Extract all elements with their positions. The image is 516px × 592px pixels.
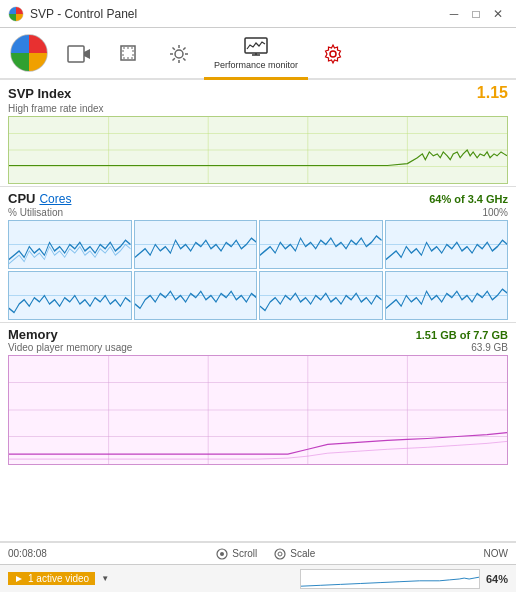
cpu-subtitle-left: % Utilisation — [8, 207, 63, 218]
scale-item: Scale — [273, 547, 315, 561]
core-chart-2 — [134, 220, 258, 269]
status-right: 64% — [300, 569, 508, 589]
svp-title-icon — [8, 6, 24, 22]
svp-logo — [10, 34, 48, 72]
svg-point-44 — [278, 552, 282, 556]
svg-line-13 — [183, 47, 185, 49]
scroll-label: Scroll — [232, 548, 257, 559]
memory-chart-svg — [9, 356, 507, 464]
svg-line-14 — [173, 58, 175, 60]
light-icon — [168, 43, 190, 65]
status-chart-svg — [301, 570, 479, 588]
main-content: SVP Index 1.15 High frame rate index CPU — [0, 80, 516, 564]
cpu-subtitle: % Utilisation 100% — [8, 207, 508, 218]
svg-rect-15 — [245, 38, 267, 53]
status-badge: 1 active video — [8, 572, 95, 585]
svg-line-11 — [173, 47, 175, 49]
toolbar-video-button[interactable] — [54, 30, 104, 80]
video-icon — [67, 44, 91, 64]
title-bar-controls: ─ □ ✕ — [444, 5, 508, 23]
svg-point-43 — [275, 549, 285, 559]
scroll-item: Scroll — [215, 547, 257, 561]
svg-point-18 — [330, 51, 336, 57]
toolbar-settings-button[interactable] — [308, 30, 358, 80]
core-svg-5 — [9, 272, 131, 319]
svp-index-chart — [8, 116, 508, 184]
svp-index-section: SVP Index 1.15 High frame rate index — [0, 80, 516, 187]
title-bar-left: SVP - Control Panel — [8, 6, 137, 22]
memory-title: Memory — [8, 327, 58, 342]
svg-rect-5 — [123, 48, 133, 58]
core-svg-7 — [260, 272, 382, 319]
title-bar: SVP - Control Panel ─ □ ✕ — [0, 0, 516, 28]
core-svg-8 — [386, 272, 508, 319]
core-svg-1 — [9, 221, 131, 268]
chevron-down-icon[interactable]: ▼ — [101, 574, 109, 583]
core-svg-6 — [135, 272, 257, 319]
cpu-section: CPU Cores 64% of 3.4 GHz % Utilisation 1… — [0, 187, 516, 323]
svg-marker-45 — [16, 576, 22, 582]
monitor-icon — [244, 37, 268, 57]
toolbar-performance-label: Performance monitor — [214, 60, 298, 70]
memory-subtitle-right: 63.9 GB — [471, 342, 508, 353]
cores-grid — [8, 220, 508, 320]
window-title: SVP - Control Panel — [30, 7, 137, 21]
svg-point-6 — [175, 50, 183, 58]
core-chart-7 — [259, 271, 383, 320]
svp-logo-container — [4, 28, 54, 78]
cpu-subtitle-right: 100% — [482, 207, 508, 218]
status-left: 1 active video ▼ — [8, 572, 300, 585]
scroll-center: Scroll Scale — [215, 547, 315, 561]
svg-point-42 — [220, 552, 224, 556]
svp-index-title: SVP Index — [8, 86, 71, 101]
svg-line-12 — [183, 58, 185, 60]
cpu-title: CPU — [8, 191, 35, 206]
scroll-bar: 00:08:08 Scroll Scale NOW — [0, 542, 516, 564]
memory-value: 1.51 GB of 7.7 GB — [416, 329, 508, 341]
time-left: 00:08:08 — [8, 548, 47, 559]
core-svg-2 — [135, 221, 257, 268]
status-mini-chart — [300, 569, 480, 589]
core-chart-3 — [259, 220, 383, 269]
maximize-button[interactable]: □ — [466, 5, 486, 23]
cpu-cores-link[interactable]: Cores — [39, 192, 71, 206]
svp-index-subtitle: High frame rate index — [8, 103, 508, 114]
memory-chart — [8, 355, 508, 465]
svp-index-value: 1.15 — [477, 84, 508, 102]
time-right: NOW — [484, 548, 508, 559]
toolbar-light-button[interactable] — [154, 30, 204, 80]
core-chart-4 — [385, 220, 509, 269]
scroll-icon — [215, 547, 229, 561]
close-button[interactable]: ✕ — [488, 5, 508, 23]
memory-section: Memory 1.51 GB of 7.7 GB Video player me… — [0, 323, 516, 542]
cpu-header: CPU Cores 64% of 3.4 GHz — [8, 191, 508, 206]
scale-label: Scale — [290, 548, 315, 559]
cpu-value: 64% of 3.4 GHz — [429, 193, 508, 205]
crop-icon — [118, 43, 140, 65]
memory-subtitle: Video player memory usage 63.9 GB — [8, 342, 508, 353]
svp-index-chart-svg — [9, 117, 507, 183]
core-chart-1 — [8, 220, 132, 269]
memory-subtitle-left: Video player memory usage — [8, 342, 132, 353]
active-videos-text: 1 active video — [28, 573, 89, 584]
toolbar-performance-button[interactable]: Performance monitor — [204, 30, 308, 80]
cpu-title-left: CPU Cores — [8, 191, 71, 206]
settings-icon — [322, 43, 344, 65]
svg-marker-3 — [84, 49, 90, 59]
memory-header: Memory 1.51 GB of 7.7 GB — [8, 327, 508, 342]
core-svg-3 — [260, 221, 382, 268]
status-percent: 64% — [486, 573, 508, 585]
toolbar: Performance monitor — [0, 28, 516, 80]
scale-icon — [273, 547, 287, 561]
play-icon — [14, 574, 24, 584]
core-chart-5 — [8, 271, 132, 320]
svp-index-header: SVP Index 1.15 — [8, 84, 508, 102]
core-chart-8 — [385, 271, 509, 320]
minimize-button[interactable]: ─ — [444, 5, 464, 23]
core-svg-4 — [386, 221, 508, 268]
toolbar-crop-button[interactable] — [104, 30, 154, 80]
core-chart-6 — [134, 271, 258, 320]
status-bar: 1 active video ▼ 64% — [0, 564, 516, 592]
svg-rect-2 — [68, 46, 84, 62]
